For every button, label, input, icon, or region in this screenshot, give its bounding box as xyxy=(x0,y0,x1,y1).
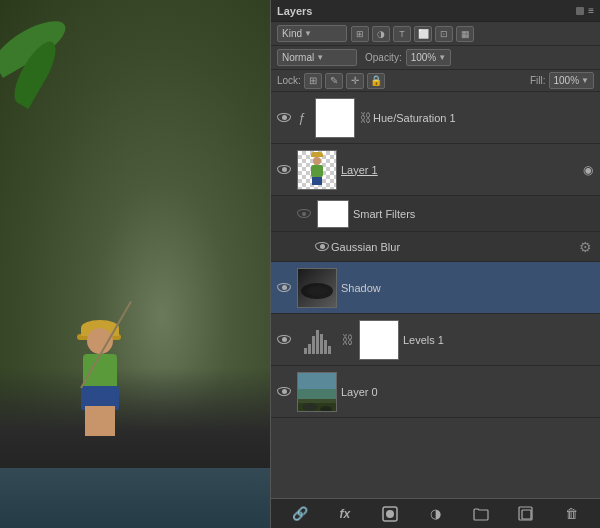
collapse-icon[interactable] xyxy=(576,7,584,15)
fill-input[interactable]: 100% ▼ xyxy=(549,72,595,89)
layer-name-hue: Hue/Saturation 1 xyxy=(373,112,596,124)
thumb-head xyxy=(313,157,321,165)
eye-pupil-sf xyxy=(302,212,306,216)
lbar-1 xyxy=(304,348,307,354)
eye-shape-sf xyxy=(297,209,311,218)
opacity-input[interactable]: 100% ▼ xyxy=(406,49,452,66)
layer-visibility-levels[interactable] xyxy=(275,331,293,349)
smart-filters-thumb xyxy=(317,200,349,228)
hue-sat-icon: ƒ xyxy=(293,109,311,127)
levels-bars xyxy=(304,326,331,354)
panel-menu-icon[interactable]: ≡ xyxy=(588,5,594,16)
lbar-3 xyxy=(312,336,315,354)
photo-canvas xyxy=(0,0,270,528)
layer-thumb-layer0 xyxy=(297,372,337,412)
filter-pixel-icon[interactable]: ⊞ xyxy=(351,26,369,42)
link-layers-btn[interactable]: 🔗 xyxy=(289,503,311,525)
layer-item-layer1[interactable]: Layer 1 ◉ xyxy=(271,144,600,196)
new-group-btn[interactable] xyxy=(470,503,492,525)
lock-label: Lock: xyxy=(277,75,301,86)
svg-point-6 xyxy=(302,403,318,411)
filter-icons-group: ⊞ ◑ T ⬜ ⊡ ▦ xyxy=(351,26,474,42)
layer-visibility-layer0[interactable] xyxy=(275,383,293,401)
layer-thumb-levels xyxy=(359,320,399,360)
layer-visibility-hue[interactable] xyxy=(275,109,293,127)
filter-smart-icon[interactable]: ⊡ xyxy=(435,26,453,42)
fill-value-text: 100% xyxy=(554,75,580,86)
levels-link-icon: ⛓ xyxy=(341,333,355,347)
kind-dropdown-arrow: ▼ xyxy=(304,29,312,38)
gaussian-blur-label: Gaussian Blur xyxy=(331,241,579,253)
eye-shape-layer1 xyxy=(277,165,291,174)
layer-link-icon: ⛓ xyxy=(359,111,373,125)
layer-thumb-shadow xyxy=(297,268,337,308)
thumb-girl-figure xyxy=(308,155,326,187)
folder-icon-svg xyxy=(473,507,489,521)
layer1-side-icon: ◉ xyxy=(580,162,596,178)
filter-extra-icon[interactable]: ▦ xyxy=(456,26,474,42)
girl-legs xyxy=(85,406,115,436)
panel-controls: ≡ xyxy=(576,5,594,16)
lock-pixels-btn[interactable]: ⊞ xyxy=(304,73,322,89)
svg-rect-11 xyxy=(522,510,531,519)
kind-toolbar-row: Kind ▼ ⊞ ◑ T ⬜ ⊡ ▦ xyxy=(271,22,600,46)
filter-shape-icon[interactable]: ⬜ xyxy=(414,26,432,42)
blend-opacity-row: Normal ▼ Opacity: 100% ▼ xyxy=(271,46,600,70)
kind-dropdown[interactable]: Kind ▼ xyxy=(277,25,347,42)
lbar-4 xyxy=(316,330,319,354)
panel-titlebar: Layers ≡ xyxy=(271,0,600,22)
adjustment-layer-btn[interactable]: ◑ xyxy=(424,503,446,525)
mask-icon-svg xyxy=(382,506,398,522)
eye-pupil-gb xyxy=(320,244,325,249)
lock-move-btn[interactable]: ✛ xyxy=(346,73,364,89)
filter-settings-icon[interactable]: ⚙ xyxy=(579,239,592,255)
lock-fill-row: Lock: ⊞ ✎ ✛ 🔒 Fill: 100% ▼ xyxy=(271,70,600,92)
eye-pupil-shadow xyxy=(282,285,287,290)
thumb-body xyxy=(311,165,323,177)
filter-adjust-icon[interactable]: ◑ xyxy=(372,26,390,42)
smart-filters-eye[interactable] xyxy=(295,205,313,223)
new-layer-btn[interactable] xyxy=(515,503,537,525)
shadow-thumb-svg xyxy=(298,269,336,307)
layers-panel: Layers ≡ Kind ▼ ⊞ ◑ T ⬜ ⊡ ▦ Normal ▼ Opa… xyxy=(270,0,600,528)
layer-name-shadow: Shadow xyxy=(341,282,596,294)
eye-shape-levels xyxy=(277,335,291,344)
eye-pupil-layer0 xyxy=(282,389,287,394)
lock-all-btn[interactable]: 🔒 xyxy=(367,73,385,89)
eye-pupil-levels xyxy=(282,337,287,342)
fx-btn[interactable]: fx xyxy=(334,503,356,525)
lbar-2 xyxy=(308,344,311,354)
layer-item-hue-saturation[interactable]: ƒ ⛓ Hue/Saturation 1 xyxy=(271,92,600,144)
add-mask-btn[interactable] xyxy=(379,503,401,525)
opacity-dropdown-arrow: ▼ xyxy=(438,53,446,62)
layer-item-levels1[interactable]: ⛓ Levels 1 xyxy=(271,314,600,366)
layer-sub-smart-filters: Smart Filters xyxy=(271,196,600,232)
eye-shape-shadow xyxy=(277,283,291,292)
layers-list: ƒ ⛓ Hue/Saturation 1 xyxy=(271,92,600,498)
thumb-girl-bg xyxy=(298,151,336,189)
eye-shape-layer0 xyxy=(277,387,291,396)
lock-draw-btn[interactable]: ✎ xyxy=(325,73,343,89)
photo-water xyxy=(0,468,270,528)
layer-name-levels: Levels 1 xyxy=(403,334,596,346)
eye-pupil xyxy=(282,115,287,120)
layer-item-layer0[interactable]: Layer 0 xyxy=(271,366,600,418)
lbar-7 xyxy=(328,346,331,354)
layer-item-shadow[interactable]: Shadow xyxy=(271,262,600,314)
levels-chart-icon xyxy=(297,320,337,360)
svg-point-1 xyxy=(307,286,327,296)
blend-mode-dropdown[interactable]: Normal ▼ xyxy=(277,49,357,66)
lbar-5 xyxy=(320,334,323,354)
layer-name-layer0: Layer 0 xyxy=(341,386,596,398)
gaussian-blur-eye[interactable] xyxy=(313,238,331,256)
filter-type-icon[interactable]: T xyxy=(393,26,411,42)
eye-pupil-layer1 xyxy=(282,167,287,172)
layer-sub-gaussian-blur[interactable]: Gaussian Blur ⚙ xyxy=(271,232,600,262)
layer-visibility-layer1[interactable] xyxy=(275,161,293,179)
svg-point-9 xyxy=(386,510,394,518)
opacity-label: Opacity: xyxy=(365,52,402,63)
layer-visibility-shadow[interactable] xyxy=(275,279,293,297)
thumb-legs xyxy=(312,177,322,185)
delete-layer-btn[interactable]: 🗑 xyxy=(560,503,582,525)
fill-label: Fill: xyxy=(530,75,546,86)
